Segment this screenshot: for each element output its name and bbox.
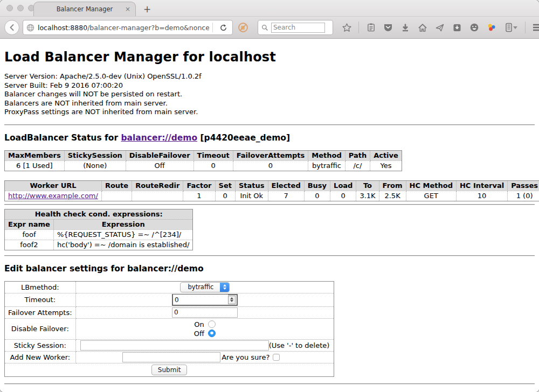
feedback-smiley-icon[interactable] [467,20,481,35]
extension-dots-icon[interactable] [485,20,499,35]
menu-hamburger-icon[interactable] [530,20,539,35]
back-button[interactable] [4,20,19,35]
divider [4,204,535,205]
lbmethod-label: LBmethod: [5,281,76,293]
failover-attempts-label: Failover Attempts: [5,306,76,318]
balancer-status-heading: LoadBalancer Status for balancer://demo … [4,133,535,143]
navigation-toolbar: localhost:8880/balancer-manager?b=demo&n… [0,16,539,39]
reading-list-icon[interactable] [364,20,378,35]
page-title: Load Balancer Manager for localhost [4,50,535,65]
worker-url-link[interactable]: http://www.example.com/ [8,192,98,200]
search-bar[interactable] [258,20,333,35]
url-domain: localhost:8880 [38,24,87,32]
search-input[interactable] [271,23,325,33]
tab-balancer-manager[interactable]: Balancer Manager × [33,2,136,16]
device-clipboard-icon[interactable] [502,20,520,35]
balancer-status-table: MaxMembers StickySession DisableFailover… [4,150,402,171]
content-blocker-icon[interactable] [236,20,250,35]
page-content: Load Balancer Manager for localhost Serv… [0,39,539,392]
are-you-sure-checkbox[interactable] [273,354,280,361]
timeout-label: Timeout: [5,293,76,306]
submit-button[interactable]: Submit [151,365,188,375]
divider [4,255,535,256]
send-plane-icon[interactable] [433,20,447,35]
new-tab-button[interactable]: + [143,4,151,15]
divider [4,124,535,125]
lbmethod-selected-value: bytraffic [181,283,220,291]
notice-persist: Balancer changes will NOT be persisted o… [4,90,535,99]
home-icon[interactable] [416,20,430,35]
server-info: Server Version: Apache/2.5.0-dev (Unix) … [4,72,535,117]
timeout-field-wrap [172,294,238,306]
notice-balancers: Balancers are NOT inherited from main se… [4,99,535,108]
notice-proxypass: ProxyPass settings are NOT inherited fro… [4,108,535,117]
select-stepper-icon [220,282,229,292]
failover-attempts-input[interactable] [172,307,238,318]
url-path: /balancer-manager?b=demo&nonce=decc37be-… [87,24,209,32]
health-check-title: Health check cond. expressions: [5,209,193,219]
balancer-demo-link[interactable]: balancer://demo [121,133,197,143]
disable-failover-on-radio[interactable] [208,320,216,328]
url-text[interactable]: localhost:8880/balancer-manager?b=demo&n… [38,24,209,32]
url-bar[interactable]: localhost:8880/balancer-manager?b=demo&n… [23,20,233,35]
table-row: http://www.example.com/ 1 0 Init Ok 7 0 … [5,191,539,201]
save-page-icon[interactable] [450,20,464,35]
disable-failover-off-radio[interactable] [208,330,216,337]
bookmark-star-icon[interactable] [340,20,354,35]
sticky-session-hint: (Use '-' to delete) [269,341,330,349]
search-icon [261,24,268,31]
server-built: Server Built: Feb 9 2016 07:00:20 [4,81,535,90]
worker-status-table: Worker URL Route RouteRedir Factor Set S… [4,180,539,201]
table-row: foof2 hc('body') =~ /domain is establish… [5,240,193,250]
health-check-table: Health check cond. expressions: Expr nam… [4,209,193,250]
radio-off-label: Off [194,330,204,338]
radio-on-label: On [194,320,204,328]
close-window-button[interactable] [6,5,13,11]
divider [4,383,535,384]
sticky-session-input[interactable] [80,340,269,351]
browser-window: Balancer Manager × + localhost:8880/bala… [0,0,539,392]
pocket-icon[interactable] [381,20,395,35]
add-new-worker-label: Add New Worker: [5,351,76,363]
tab-title: Balancer Manager [57,5,113,13]
edit-balancer-form: LBmethod: bytraffic Timeout: [4,281,334,377]
minimize-window-button[interactable] [17,5,24,11]
reload-icon[interactable] [216,20,230,35]
add-worker-input[interactable] [122,352,220,362]
disable-failover-label: Disable Failover: [5,318,76,339]
tab-bar: Balancer Manager × + [0,0,539,16]
timeout-input[interactable] [173,295,228,305]
globe-icon [26,24,34,32]
lbmethod-select[interactable]: bytraffic [180,282,230,292]
table-row: 6 [1 Used] (None) Off 0 0 bytraffic /c/ … [5,160,402,171]
back-arrow-icon [8,24,16,31]
downloads-icon[interactable] [398,20,412,35]
edit-settings-heading: Edit balancer settings for balancer://de… [4,264,535,274]
chevron-down-icon [513,26,517,29]
tab-close-icon[interactable]: × [125,5,130,13]
number-spinner-icon[interactable] [228,296,236,304]
window-controls[interactable] [6,5,34,11]
sticky-session-label: Sticky Session: [5,339,76,351]
table-row: foof %{REQUEST_STATUS} =~ /^[234]/ [5,229,193,240]
server-version: Server Version: Apache/2.5.0-dev (Unix) … [4,72,535,81]
are-you-sure-label: Are you sure? [222,353,270,361]
